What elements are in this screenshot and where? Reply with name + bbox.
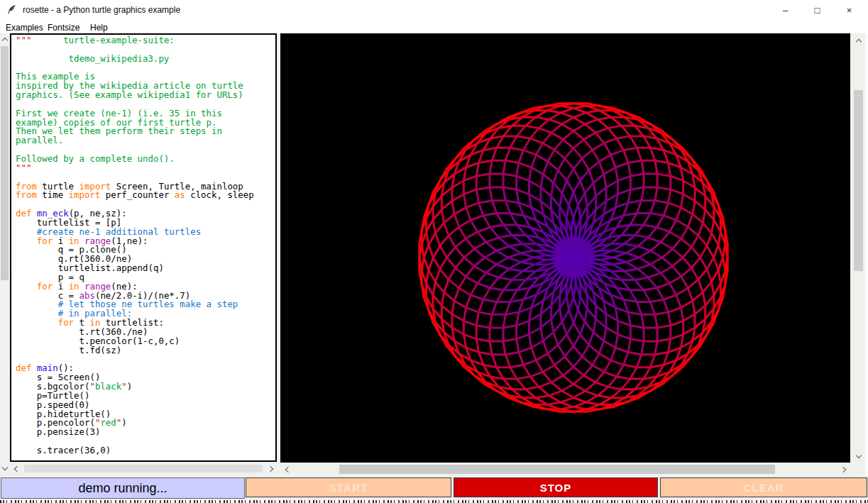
background-window-sliver (0, 500, 868, 503)
tk-feather-icon (6, 4, 17, 15)
scroll-up-icon[interactable] (0, 35, 9, 45)
menu-fontsize[interactable]: Fontsize (45, 21, 82, 34)
turtle-canvas-area (280, 33, 850, 463)
clear-button[interactable]: CLEAR (660, 477, 867, 497)
code-hscroll-thumb[interactable] (24, 465, 263, 472)
stop-button[interactable]: STOP (454, 477, 658, 497)
canvas-scroll-down-icon[interactable] (854, 451, 863, 460)
canvas-scroll-up-icon[interactable] (854, 37, 863, 46)
scroll-down-icon[interactable] (0, 463, 9, 472)
canvas-scroll-left-icon[interactable] (283, 465, 292, 474)
menu-examples[interactable]: Examples (3, 21, 46, 34)
menu-help[interactable]: Help (87, 21, 111, 34)
canvas-hscroll-thumb[interactable] (339, 465, 775, 474)
demo-control-row: demo running... START STOP CLEAR (0, 477, 868, 499)
code-vscroll-thumb[interactable] (1, 46, 9, 280)
status-message: demo running... (1, 477, 245, 499)
code-text[interactable]: """ turtle-example-suite: tdemo_wikipedi… (10, 33, 277, 462)
maximize-button[interactable]: □ (801, 0, 833, 20)
start-button[interactable]: START (246, 477, 451, 497)
close-button[interactable]: × (833, 0, 865, 20)
scroll-right-icon[interactable] (265, 464, 275, 473)
code-vscrollbar[interactable] (0, 33, 9, 474)
code-hscrollbar[interactable] (10, 463, 277, 474)
menu-bar: Examples Fontsize Help (0, 20, 868, 33)
window-title: rosette - a Python turtle graphics examp… (23, 5, 180, 15)
title-bar: rosette - a Python turtle graphics examp… (0, 0, 868, 20)
scroll-left-icon[interactable] (12, 464, 21, 473)
rosette-drawing (280, 33, 850, 463)
canvas-scroll-right-icon[interactable] (838, 465, 847, 474)
canvas-vscroll-thumb[interactable] (854, 90, 863, 271)
right-edge-sliver (865, 33, 868, 475)
code-lines: """ turtle-example-suite: tdemo_wikipedi… (11, 35, 275, 462)
window-controls: – □ × (769, 0, 865, 20)
canvas-hscrollbar[interactable] (280, 463, 850, 475)
canvas-vscrollbar[interactable] (852, 33, 864, 463)
minimize-button[interactable]: – (769, 0, 801, 20)
